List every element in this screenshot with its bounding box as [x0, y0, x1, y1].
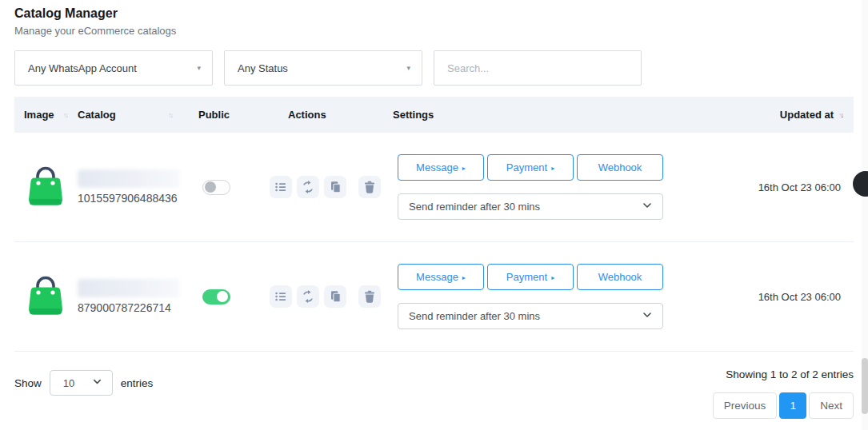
webhook-settings-button[interactable]: Webhook — [577, 154, 663, 181]
toggle-knob — [205, 181, 216, 193]
entries-label: entries — [121, 377, 154, 389]
previous-page-button[interactable]: Previous — [713, 392, 778, 419]
refresh-icon — [302, 181, 314, 193]
caret-down-icon: ▾ — [197, 64, 201, 72]
public-toggle[interactable] — [202, 180, 230, 195]
page-size-group: Show 10 entries — [14, 370, 153, 396]
chevron-down-icon — [642, 309, 653, 323]
catalog-manager-page: Catalog Manager Manage your eCommerce ca… — [0, 0, 868, 419]
updated-at: 16th Oct 23 06:00 — [722, 181, 854, 193]
entries-summary: Showing 1 to 2 of 2 entries — [726, 368, 854, 380]
shopping-bag-icon — [26, 306, 65, 320]
column-header-image[interactable]: Image ↑↓ — [14, 109, 74, 121]
chevron-down-icon — [92, 376, 102, 389]
toggle-knob — [217, 291, 228, 302]
reminder-select[interactable]: Send reminder after 30 mins — [398, 193, 663, 220]
catalog-id: 879000787226714 — [78, 301, 190, 314]
settings-cell: Message ▸ Payment ▸ Webhook Send reminde… — [386, 154, 722, 220]
scrollbar-thumb[interactable] — [862, 358, 868, 414]
catalog-image-cell — [14, 273, 74, 321]
filter-bar: Any WhatsApp Account ▾ Any Status ▾ — [14, 50, 854, 86]
reminder-select[interactable]: Send reminder after 30 mins — [398, 303, 663, 329]
payment-settings-button[interactable]: Payment ▸ — [487, 154, 574, 181]
products-list-button[interactable] — [270, 285, 292, 308]
column-header-public[interactable]: Public — [190, 109, 270, 121]
column-header-catalog[interactable]: Catalog ↑↓ — [74, 109, 190, 121]
status-select[interactable]: Any Status ▾ — [224, 50, 422, 86]
shopping-bag-icon — [26, 197, 65, 210]
status-value: Any Status — [238, 62, 288, 74]
page-subtitle: Manage your eCommerce catalogs — [14, 25, 854, 37]
table-row: 1015597906488436 — [14, 133, 854, 242]
table-header: Image ↑↓ Catalog ↑↓ Public Actions Setti… — [14, 97, 854, 133]
page-size-select[interactable]: 10 — [50, 370, 113, 396]
show-label: Show — [14, 377, 42, 389]
search-input[interactable] — [434, 51, 641, 85]
duplicate-button[interactable] — [324, 176, 346, 198]
sort-icon: ↑↓ — [63, 111, 67, 119]
page-1-button[interactable]: 1 — [779, 392, 806, 419]
trash-icon — [363, 181, 376, 193]
sync-button[interactable] — [297, 176, 319, 198]
caret-down-icon: ▾ — [406, 64, 410, 72]
table-footer: Show 10 entries Showing 1 to 2 of 2 entr… — [14, 364, 854, 419]
list-icon — [274, 290, 287, 303]
public-cell — [190, 289, 270, 305]
column-header-settings[interactable]: Settings — [386, 109, 722, 121]
duplicate-button[interactable] — [324, 285, 346, 308]
page-title: Catalog Manager — [14, 6, 854, 21]
submenu-caret-icon: ▸ — [551, 165, 554, 172]
catalog-image-cell — [14, 163, 74, 211]
pagination-area: Showing 1 to 2 of 2 entries Previous 1 N… — [713, 364, 854, 419]
delete-button[interactable] — [358, 285, 381, 308]
updated-at: 16th Oct 23 06:00 — [722, 291, 854, 303]
column-header-updated-at[interactable]: Updated at ↑↓ — [722, 109, 854, 121]
redacted-catalog-name — [78, 169, 180, 188]
webhook-settings-button[interactable]: Webhook — [577, 264, 663, 290]
public-toggle[interactable] — [202, 289, 230, 305]
actions-cell — [270, 176, 386, 198]
copy-icon — [329, 290, 342, 303]
sync-button[interactable] — [297, 285, 319, 308]
trash-icon — [363, 290, 376, 303]
chevron-down-icon — [642, 200, 653, 213]
submenu-caret-icon: ▸ — [462, 274, 466, 281]
sort-icon-desc: ↑↓ — [838, 111, 842, 119]
message-settings-button[interactable]: Message ▸ — [398, 154, 484, 181]
list-icon — [274, 181, 287, 193]
submenu-caret-icon: ▸ — [551, 274, 554, 281]
column-header-actions[interactable]: Actions — [270, 109, 386, 121]
pagination: Previous 1 Next — [713, 392, 854, 419]
catalog-name-cell: 879000787226714 — [74, 279, 190, 314]
submenu-caret-icon: ▸ — [462, 165, 466, 172]
whatsapp-account-value: Any WhatsApp Account — [28, 62, 137, 74]
next-page-button[interactable]: Next — [809, 392, 854, 419]
catalog-id: 1015597906488436 — [78, 192, 190, 205]
settings-cell: Message ▸ Payment ▸ Webhook Send reminde… — [386, 264, 722, 329]
refresh-icon — [302, 290, 314, 303]
catalog-table: Image ↑↓ Catalog ↑↓ Public Actions Setti… — [14, 97, 854, 352]
whatsapp-account-select[interactable]: Any WhatsApp Account ▾ — [14, 50, 213, 86]
catalog-name-cell: 1015597906488436 — [74, 169, 190, 205]
redacted-catalog-name — [78, 279, 180, 297]
copy-icon — [329, 181, 342, 193]
payment-settings-button[interactable]: Payment ▸ — [487, 264, 574, 290]
delete-button[interactable] — [358, 176, 381, 198]
message-settings-button[interactable]: Message ▸ — [398, 264, 484, 290]
search-field — [434, 50, 642, 86]
sort-icon: ↑↓ — [168, 111, 172, 119]
table-row: 879000787226714 — [14, 242, 854, 352]
products-list-button[interactable] — [270, 176, 292, 198]
actions-cell — [270, 285, 386, 308]
public-cell — [190, 180, 270, 195]
